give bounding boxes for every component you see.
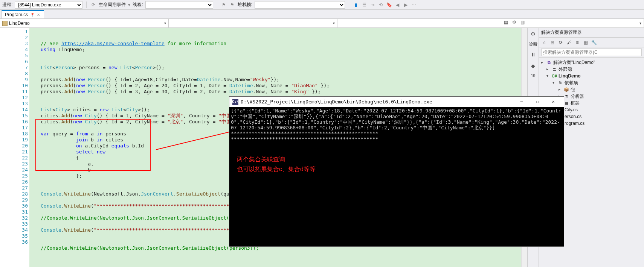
tool-icon-7[interactable]: ▶: [403, 2, 409, 8]
stack-select[interactable]: [255, 1, 345, 9]
stack-label: 堆栈帧:: [238, 2, 252, 8]
breadcrumb-namespace[interactable]: LinqDemo ▾: [0, 19, 169, 27]
thread-select[interactable]: [145, 1, 213, 9]
properties-icon[interactable]: 🔧: [591, 39, 597, 46]
tab-label: Program.cs: [5, 12, 28, 17]
flag-icon[interactable]: ⚑: [221, 2, 227, 8]
console-output: [{"a":{"Id":1,"Name":"Wesky","Age":18,"D…: [229, 107, 564, 143]
tool-icon-2[interactable]: ☰: [361, 2, 367, 8]
tool-icon-1[interactable]: ▮: [353, 2, 359, 8]
csharp-icon: [2, 21, 8, 26]
close-icon[interactable]: ✕: [37, 13, 40, 17]
diamond-icon[interactable]: ◆: [530, 62, 537, 70]
annotation-text: 两个集合关联查询 也可以拓展集合c、集合d等等: [237, 155, 316, 174]
tool-icon-8[interactable]: ⋯: [411, 2, 417, 8]
chevron-down-icon: ▾: [330, 21, 335, 25]
diag-label[interactable]: 诊断: [529, 41, 537, 47]
tool-icon-6[interactable]: ◀: [394, 2, 400, 8]
breadcrumb-member[interactable]: ▾: [337, 19, 644, 27]
window-menu-icon[interactable]: ▤: [502, 19, 509, 26]
console-window[interactable]: C:\ D:\VS2022_Project\LinqDemo\LinqDemo\…: [229, 96, 564, 247]
tree-pkg[interactable]: ▸📦包: [540, 86, 643, 93]
tree-external[interactable]: ▸🗀外部源: [540, 66, 643, 73]
line-gutter: 1234567891011121314151617181920212223242…: [0, 28, 29, 267]
minimize-button[interactable]: —: [514, 97, 529, 106]
pause-icon[interactable]: ⏸: [530, 51, 537, 58]
tree-deps[interactable]: ▾⚞依赖项: [540, 79, 643, 86]
thread-label: 线程:: [133, 2, 143, 8]
split-icon[interactable]: ▥: [519, 19, 526, 26]
showall-icon[interactable]: ▦: [583, 39, 589, 46]
solution-search: [539, 47, 644, 58]
chevron-down-icon: ▾: [161, 21, 166, 25]
collapse-icon[interactable]: ⊟: [549, 39, 555, 46]
tree-solution[interactable]: ▸⧉解决方案"LinqDemo": [540, 59, 643, 66]
gear-icon[interactable]: ⚙: [530, 30, 537, 38]
chevron-down-icon: ▾: [636, 21, 641, 25]
breadcrumb-class[interactable]: ▾: [169, 19, 337, 27]
tab-program-cs[interactable]: Program.cs 📍 ✕: [2, 10, 44, 18]
pin-icon[interactable]: 📍: [30, 13, 35, 17]
lifecycle-icon[interactable]: ⟳: [90, 2, 96, 8]
close-button[interactable]: ✕: [546, 97, 561, 106]
breadcrumb: LinqDemo ▾ ▾ ▾: [0, 19, 644, 28]
panel-title: 解决方案资源管理器: [539, 28, 644, 38]
home-icon[interactable]: ⌂: [541, 39, 547, 46]
maximize-button[interactable]: ☐: [530, 97, 545, 106]
process-select[interactable]: [8944] LinqDemo.exe: [15, 1, 82, 9]
process-label: 进程:: [2, 2, 12, 8]
lifecycle-label: 生命周期事件: [99, 2, 126, 8]
gear-icon[interactable]: ⚙: [511, 19, 517, 26]
search-input[interactable]: [541, 49, 642, 56]
console-app-icon: C:\: [232, 99, 238, 105]
document-tabs: Program.cs 📍 ✕: [0, 10, 644, 19]
diag-count: 19: [531, 73, 535, 78]
tool-icon-3[interactable]: ⇥: [369, 2, 375, 8]
flag2-icon[interactable]: ⚑: [229, 2, 235, 8]
brush-icon[interactable]: 🖌: [566, 39, 572, 46]
tool-icon-4[interactable]: ⟲: [378, 2, 384, 8]
console-title: D:\VS2022_Project\LinqDemo\LinqDemo\bin\…: [241, 99, 432, 105]
tree-project[interactable]: ▾C#LinqDemo: [540, 73, 643, 79]
debug-toolbar: 进程: [8944] LinqDemo.exe ⟳ 生命周期事件 ▾ 线程: ⚑…: [0, 0, 644, 10]
sync-icon[interactable]: ⟳: [558, 39, 564, 46]
solution-toolbar: ⌂ ⊟ ⟳ 🖌 ≡ ▦ 🔧: [539, 38, 644, 47]
filter-icon[interactable]: ≡: [574, 39, 580, 46]
console-titlebar[interactable]: C:\ D:\VS2022_Project\LinqDemo\LinqDemo\…: [229, 97, 564, 107]
tool-icon-5[interactable]: 🔖: [386, 2, 392, 8]
